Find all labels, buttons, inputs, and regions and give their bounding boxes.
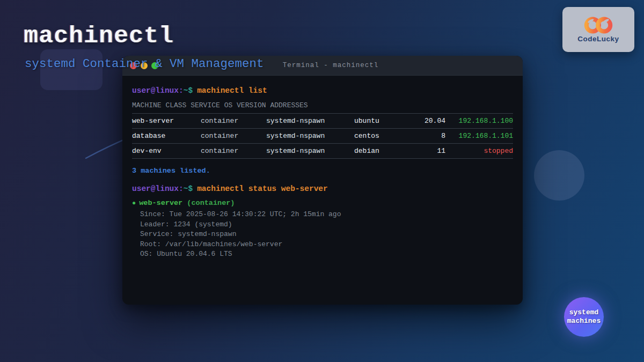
command-line-list: user@linux:~$machinectl list (132, 86, 513, 95)
status-running-icon: ● (132, 200, 136, 207)
cell-machine: dev-env (132, 147, 201, 155)
status-header: ●web-server (container) (132, 199, 513, 207)
cell-service: systemd-nspawn (266, 147, 354, 155)
command-line-status: user@linux:~$machinectl status web-serve… (132, 184, 513, 193)
decorative-circle (534, 150, 584, 201)
cell-class: container (201, 147, 266, 155)
badge-line2: machines (567, 317, 601, 326)
brand-card: CodeLucky (562, 7, 634, 52)
systemd-machines-badge: systemd machines (564, 297, 604, 337)
status-detail-since: Since: Tue 2025-08-26 14:30:22 UTC; 2h 1… (140, 210, 513, 220)
page-subtitle: systemd Container & VM Management (25, 57, 264, 71)
cell-class: container (201, 117, 266, 125)
terminal-body: user@linux:~$machinectl list MACHINE CLA… (122, 76, 523, 260)
status-machine-name: web-server (139, 199, 182, 207)
cell-class: container (201, 132, 266, 140)
cell-os: debian (354, 147, 407, 155)
command-text-status: machinectl status web-server (197, 184, 328, 193)
cell-service: systemd-nspawn (266, 117, 354, 125)
cell-os: ubuntu (354, 117, 407, 125)
command-text-list: machinectl list (197, 86, 267, 95)
cell-version: 8 (407, 132, 445, 140)
status-detail-os: OS: Ubuntu 20.04.6 LTS (140, 249, 513, 260)
cell-version: 20.04 (407, 117, 445, 125)
cell-machine: web-server (132, 117, 201, 125)
page-canvas: machinectl systemd Container & VM Manage… (0, 0, 644, 362)
brand-name: CodeLucky (577, 35, 619, 43)
status-detail-root: Root: /var/lib/machines/web-server (140, 240, 513, 250)
cell-address-stopped: stopped (445, 147, 513, 155)
prompt-user: user@linux: (132, 86, 184, 95)
machines-table-header: MACHINE CLASS SERVICE OS VERSION ADDRESS… (132, 101, 513, 109)
cell-version: 11 (407, 147, 445, 155)
prompt-symbol: ~$ (184, 184, 193, 193)
cell-machine: database (132, 132, 201, 140)
status-machine-type: (container) (187, 199, 235, 207)
status-detail-leader: Leader: 1234 (systemd) (140, 220, 513, 230)
status-details: Since: Tue 2025-08-26 14:30:22 UTC; 2h 1… (140, 210, 513, 260)
terminal-window: Terminal - machinectl user@linux:~$machi… (122, 56, 523, 305)
status-detail-service: Service: systemd-nspawn (140, 230, 513, 240)
cell-service: systemd-nspawn (266, 132, 354, 140)
prompt-user: user@linux: (132, 184, 184, 193)
cell-address: 192.168.1.101 (445, 132, 513, 140)
page-title: machinectl (24, 23, 174, 50)
table-row-web-server: web-server container systemd-nspawn ubun… (132, 114, 513, 129)
machines-summary: 3 machines listed. (132, 167, 513, 175)
table-row-dev-env: dev-env container systemd-nspawn debian … (132, 144, 513, 159)
table-row-database: database container systemd-nspawn centos… (132, 129, 513, 144)
machines-table: web-server container systemd-nspawn ubun… (132, 113, 513, 159)
cell-address: 192.168.1.100 (445, 117, 513, 125)
prompt-symbol: ~$ (184, 86, 193, 95)
infinity-logo-icon (581, 17, 616, 34)
badge-line1: systemd (569, 308, 599, 317)
cell-os: centos (354, 132, 407, 140)
